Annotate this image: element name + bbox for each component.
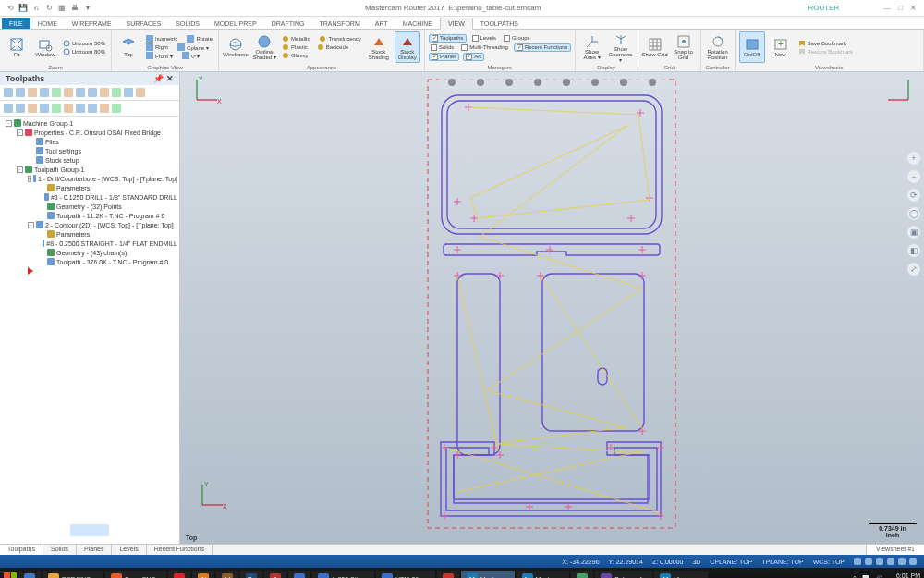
bottom-tab[interactable]: Solids [43, 545, 77, 555]
vt-icon[interactable] [563, 79, 570, 86]
manager-toggle[interactable]: Recent Functions [514, 43, 571, 52]
qat-more-icon[interactable]: ▾ [83, 4, 92, 13]
tab-wireframe[interactable]: WIREFRAME [65, 18, 119, 29]
view-option[interactable]: Front ▾ [144, 52, 175, 59]
stock-shading-button[interactable]: Stock Shading [366, 31, 392, 63]
view-option[interactable]: Right [144, 43, 170, 51]
toolbar-icon[interactable] [52, 104, 61, 113]
viewsheets-onoff-button[interactable]: On/Off [739, 31, 765, 63]
status-wcs[interactable]: WCS: TOP [813, 559, 845, 565]
minimize-icon[interactable]: — [883, 4, 891, 12]
view-option[interactable]: Isometric [144, 35, 179, 43]
redo-icon[interactable]: ↻ [44, 4, 54, 13]
taskbar-app[interactable]: HTM-06-c... [376, 571, 435, 578]
taskbar-app[interactable]: Base CNC... [105, 571, 166, 578]
taskbar-app[interactable] [18, 571, 41, 578]
status-icon[interactable] [898, 558, 906, 565]
view-tool-icon[interactable]: ◯ [907, 207, 920, 220]
taskbar-app[interactable]: MMasterc... [517, 571, 570, 578]
top-view-button[interactable]: Top [116, 31, 141, 63]
zoom-out-icon[interactable]: − [907, 170, 920, 183]
vt-icon[interactable] [477, 79, 484, 86]
graphics-viewport[interactable]: Y X Y X [180, 72, 924, 544]
qat-icon[interactable]: ▦ [57, 4, 67, 13]
show-grid-button[interactable]: Show Grid [642, 31, 668, 63]
toolbar-icon[interactable] [136, 88, 145, 97]
save-icon[interactable]: 💾 [18, 4, 28, 13]
view-option[interactable]: ⟳ ▾ [180, 52, 202, 59]
view-tool-icon[interactable]: ◧ [907, 244, 920, 257]
system-tray[interactable]: ⌃ ⬜ 🔊 6:01 PM10/16/2018 [852, 572, 920, 578]
bottom-tab[interactable]: Toolpaths [0, 545, 43, 555]
wireframe-button[interactable]: Wireframe [223, 31, 249, 63]
toolbar-icon[interactable] [64, 88, 73, 97]
tree-node[interactable]: #3 - 0.1250 DRILL - 1/8" STANDARD DRILL [2, 192, 177, 202]
tab-model prep[interactable]: MODEL PREP [207, 18, 264, 29]
pin-icon[interactable]: 📌 [153, 74, 164, 83]
taskbar-clock[interactable]: 6:01 PM10/16/2018 [888, 572, 920, 578]
panel-close-icon[interactable]: ✕ [166, 74, 174, 83]
taskbar-app[interactable]: 1-200 Site ... [312, 571, 374, 578]
toolbar-icon[interactable] [112, 104, 121, 113]
toolbar-icon[interactable] [100, 88, 109, 97]
taskbar-app[interactable] [571, 571, 593, 578]
material-option[interactable]: Backside [315, 43, 350, 51]
toolbar-icon[interactable] [100, 104, 109, 113]
toolbar-icon[interactable] [124, 88, 133, 97]
vt-icon[interactable] [505, 79, 513, 86]
status-mode[interactable]: 3D [692, 559, 700, 565]
close-icon[interactable]: ✕ [910, 4, 917, 12]
toolbar-icon[interactable] [76, 104, 85, 113]
tab-transform[interactable]: TRANSFORM [311, 18, 367, 29]
viewsheet-tab[interactable]: Viewsheet #1 [866, 545, 924, 555]
material-option[interactable]: Metallic [280, 35, 311, 43]
tree-node[interactable]: #8 - 0.2500 STRAIGHT - 1/4" FLAT ENDMILL [2, 239, 177, 248]
status-icon[interactable] [909, 558, 917, 565]
tree-node[interactable]: -2 - Contour (2D) - [WCS: Top] - [Tplane… [2, 220, 177, 229]
stock-display-button[interactable]: Stock Display [395, 31, 420, 63]
taskbar-app[interactable] [437, 571, 459, 578]
taskbar-app[interactable]: Id [216, 571, 238, 578]
toolbar-icon[interactable] [16, 104, 25, 113]
bottom-tab[interactable]: Levels [112, 545, 146, 555]
tree-node[interactable]: -1 - Drill/Counterbore - [WCS: Top] - [T… [2, 174, 177, 183]
toolbar-icon[interactable] [88, 104, 97, 113]
toolbar-icon[interactable] [76, 88, 85, 97]
restore-bookmark-button[interactable]: Restore Bookmark [796, 48, 856, 55]
tree-node[interactable]: Geometry - (43) chain(s) [2, 248, 177, 257]
tab-surfaces[interactable]: SURFACES [119, 18, 169, 29]
vt-icon[interactable] [620, 79, 627, 86]
status-cplane[interactable]: CPLANE: TOP [710, 559, 752, 565]
toolbar-icon[interactable] [64, 104, 73, 113]
rotation-position-button[interactable]: Rotation Position [705, 31, 731, 63]
manager-toggle[interactable]: Groups [502, 34, 532, 43]
manager-toggle[interactable]: Levels [470, 34, 498, 43]
status-icon[interactable] [865, 558, 872, 565]
bottom-tab[interactable]: Planes [77, 545, 112, 555]
operations-tree[interactable]: -Machine Group-1-Properties - C.R. Onsru… [0, 117, 179, 516]
manager-toggle[interactable]: Toolpaths [429, 34, 467, 43]
vt-icon[interactable] [448, 79, 456, 86]
material-option[interactable]: Plastic [280, 43, 310, 51]
taskbar-app[interactable]: Ps [240, 571, 262, 578]
manager-toggle[interactable]: Multi-Threading [459, 43, 510, 52]
manager-toggle[interactable]: Art [463, 53, 484, 61]
tree-node[interactable]: Parameters [2, 229, 177, 239]
qat-icon[interactable]: ⟲ [6, 4, 15, 13]
tab-drafting[interactable]: DRAFTING [264, 18, 312, 29]
view-tool-icon[interactable]: ▣ [907, 226, 920, 239]
status-icon[interactable] [876, 558, 883, 565]
vt-icon[interactable] [649, 79, 656, 86]
vt-icon[interactable] [591, 79, 599, 86]
toolbar-icon[interactable] [88, 88, 97, 97]
vt-icon[interactable] [534, 79, 541, 86]
show-axes-button[interactable]: Show Axes ▾ [579, 31, 605, 63]
tab-machine[interactable]: MACHINE [395, 18, 440, 29]
toolbar-icon[interactable] [28, 88, 37, 97]
tree-node[interactable]: Geometry - (32) Points [2, 202, 177, 211]
tree-node[interactable]: Parameters [2, 183, 177, 192]
tab-solids[interactable]: SOLIDS [168, 18, 207, 29]
toolbar-icon[interactable] [4, 104, 13, 113]
toolbar-icon[interactable] [52, 88, 61, 97]
tab-home[interactable]: HOME [30, 18, 65, 29]
